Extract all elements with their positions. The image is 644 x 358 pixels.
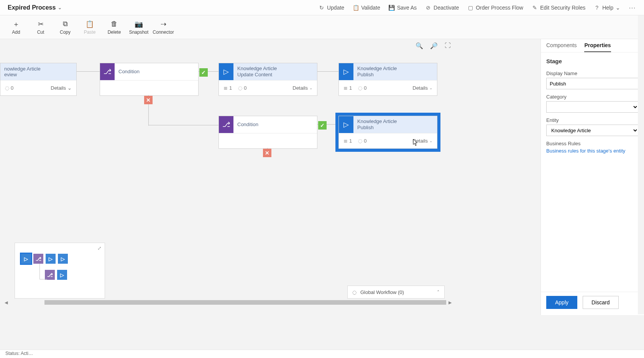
stage-update-content[interactable]: ▷ Knowledge Article Update Content ≣1 ◌0… xyxy=(219,63,317,96)
scroll-left-icon[interactable]: ◀ xyxy=(3,300,9,305)
cut-label: Cut xyxy=(28,30,53,35)
scissors-icon: ✂ xyxy=(28,20,53,29)
publish1-steps: 1 xyxy=(349,85,352,91)
condition-false-icon: ✕ xyxy=(144,96,153,104)
workflow-count-icon: ◌ xyxy=(5,85,9,91)
category-select[interactable] xyxy=(546,101,639,113)
save-as-command[interactable]: 💾 Save As xyxy=(389,5,417,11)
condition-true-icon: ✓ xyxy=(318,121,327,130)
order-flow-command[interactable]: ▢ Order Process Flow xyxy=(467,5,523,11)
process-canvas[interactable]: 🔍 🔎 ⛶ nowledge Article eview ◌0 Details⌄… xyxy=(0,39,456,305)
tab-properties[interactable]: Properties xyxy=(584,42,611,52)
publish2-details-toggle[interactable]: Details⌄ xyxy=(412,138,432,144)
stage-publish-2-selected[interactable]: ▷ Knowledge Article Publish ≣1 ◌0 Detail… xyxy=(338,116,437,149)
scrollbar-thumb[interactable] xyxy=(44,300,446,305)
edit-icon: ✎ xyxy=(532,5,538,11)
entity-select[interactable]: Knowledge Article xyxy=(546,125,639,136)
update-steps: 1 xyxy=(229,85,232,91)
stage-icon: ▷ xyxy=(339,63,353,80)
review-details-toggle[interactable]: Details⌄ xyxy=(51,85,72,91)
stage-icon: ▷ xyxy=(339,116,353,133)
plus-icon: ＋ xyxy=(4,20,28,29)
chevron-up-icon[interactable]: ˄ xyxy=(437,289,440,295)
delete-button[interactable]: 🗑 Delete xyxy=(102,20,127,35)
stage-review[interactable]: nowledge Article eview ◌0 Details⌄ xyxy=(0,63,77,96)
add-button[interactable]: ＋ Add xyxy=(4,20,28,35)
copy-icon: ⧉ xyxy=(53,20,77,29)
minimap[interactable]: ⤢ ▷ ⎇ ▷ ▷ ⎇ ▷ xyxy=(15,243,105,299)
minimap-condition-icon: ⎇ xyxy=(45,270,55,280)
minimap-stage-icon: ▷ xyxy=(46,254,56,264)
vertical-scrollbar-track[interactable] xyxy=(638,15,644,314)
connector-line xyxy=(77,71,100,72)
discard-button[interactable]: Discard xyxy=(583,296,618,309)
apply-button[interactable]: Apply xyxy=(546,296,577,309)
display-name-label: Display Name xyxy=(546,71,639,76)
publish1-line2: Publish xyxy=(357,72,433,78)
copy-label: Copy xyxy=(53,30,77,35)
paste-label: Paste xyxy=(77,30,102,35)
workflow-count-icon: ◌ xyxy=(238,85,242,91)
condition-2-title: Condition xyxy=(237,122,313,128)
steps-icon: ≣ xyxy=(343,85,348,91)
stage-review-line1: nowledge Article xyxy=(4,66,72,72)
refresh-icon: ↻ xyxy=(319,5,325,11)
ribbon: ＋ Add ✂ Cut ⧉ Copy 📋 Paste 🗑 Delete 📷 Sn… xyxy=(0,15,644,39)
deactivate-icon: ⊘ xyxy=(425,5,431,11)
zoom-out-icon[interactable]: 🔎 xyxy=(430,42,438,49)
stage-review-line2: eview xyxy=(4,72,72,77)
help-label: Help xyxy=(602,5,613,11)
save-icon: 💾 xyxy=(389,5,395,11)
steps-icon: ≣ xyxy=(343,138,348,144)
top-bar: Expired Process ⌄ ↻ Update 📋 Validate 💾 … xyxy=(0,0,644,15)
process-title-text: Expired Process xyxy=(8,4,56,11)
minimap-expand-icon[interactable]: ⤢ xyxy=(97,245,102,251)
workflow-count-icon: ◌ xyxy=(358,138,362,144)
help-command[interactable]: ? Help ⌄ xyxy=(594,5,620,11)
validate-command[interactable]: 📋 Validate xyxy=(353,5,380,11)
update-count: 0 xyxy=(244,85,246,91)
paste-icon: 📋 xyxy=(77,20,102,29)
condition-2[interactable]: ⎇ Condition xyxy=(219,116,317,149)
business-rules-link[interactable]: Business rules for this stage's entity xyxy=(546,148,639,154)
publish1-details-toggle[interactable]: Details⌄ xyxy=(412,85,432,91)
condition-1[interactable]: ⎇ Condition xyxy=(100,63,199,96)
branch-icon: ⎇ xyxy=(219,116,233,133)
status-text: Status: Acti… xyxy=(5,351,33,356)
edit-security-command[interactable]: ✎ Edit Security Roles xyxy=(532,5,585,11)
global-workflow-bar[interactable]: ◌ Global Workflow (0) ˄ xyxy=(347,286,445,299)
more-commands[interactable]: ⋯ xyxy=(629,3,636,12)
delete-label: Delete xyxy=(102,30,127,35)
update-details-toggle[interactable]: Details⌄ xyxy=(292,85,312,91)
tab-components[interactable]: Components xyxy=(546,42,577,52)
stage-review-header: nowledge Article eview xyxy=(0,63,76,80)
condition-false-icon: ✕ xyxy=(263,149,271,157)
process-title[interactable]: Expired Process ⌄ xyxy=(8,4,62,11)
snapshot-label: Snapshot xyxy=(127,30,151,35)
review-count: 0 xyxy=(11,85,13,91)
publish1-line1: Knowledge Article xyxy=(357,66,433,72)
update-line2: Update Content xyxy=(237,72,313,78)
edit-security-label: Edit Security Roles xyxy=(540,5,585,11)
connector-button[interactable]: ⇢ Connector xyxy=(151,20,176,35)
fit-screen-icon[interactable]: ⛶ xyxy=(445,42,451,49)
cut-button[interactable]: ✂ Cut xyxy=(28,20,53,35)
zoom-in-icon[interactable]: 🔍 xyxy=(416,42,423,49)
global-workflow-label: Global Workflow (0) xyxy=(360,289,404,295)
workflow-count-icon: ◌ xyxy=(358,85,362,91)
chevron-down-icon: ⌄ xyxy=(58,5,62,10)
copy-button[interactable]: ⧉ Copy xyxy=(53,20,77,35)
canvas-horizontal-scrollbar[interactable]: ◀ ▶ xyxy=(3,299,453,305)
update-command[interactable]: ↻ Update xyxy=(319,5,344,11)
save-as-label: Save As xyxy=(397,5,417,11)
stage-publish-1[interactable]: ▷ Knowledge Article Publish ≣1 ◌0 Detail… xyxy=(338,63,437,96)
scroll-right-icon[interactable]: ▶ xyxy=(447,300,453,305)
order-icon: ▢ xyxy=(467,5,473,11)
display-name-input[interactable] xyxy=(546,78,639,89)
chevron-down-icon: ⌄ xyxy=(429,139,432,143)
snapshot-button[interactable]: 📷 Snapshot xyxy=(127,20,151,35)
publish2-count: 0 xyxy=(364,138,366,144)
stage-icon: ▷ xyxy=(219,63,233,80)
minimap-line xyxy=(39,279,47,279)
deactivate-command[interactable]: ⊘ Deactivate xyxy=(425,5,459,11)
